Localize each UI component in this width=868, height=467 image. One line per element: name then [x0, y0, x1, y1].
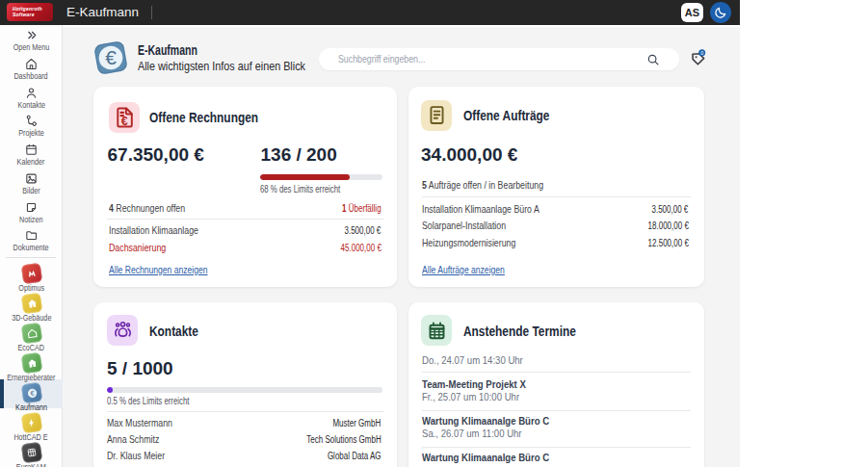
svg-text:€: €	[105, 46, 117, 68]
svg-text:€: €	[120, 114, 127, 127]
svg-text:0: 0	[700, 50, 703, 56]
svg-text:€: €	[29, 389, 34, 396]
